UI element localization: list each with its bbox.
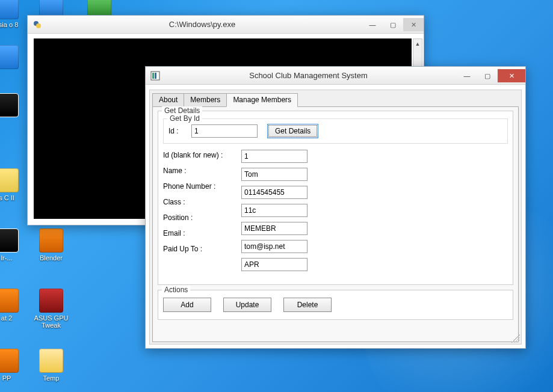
desktop-icon[interactable]: ASUS GPU Tweak	[30, 289, 72, 329]
minimize-button[interactable]: —	[362, 18, 383, 31]
tab-about[interactable]: About	[152, 93, 184, 107]
app-shortcut-icon	[39, 228, 63, 253]
desktop-icon-label: at 2	[0, 314, 28, 322]
maximize-button[interactable]: ▢	[477, 69, 498, 82]
desktop-icon[interactable]: asia o 8	[0, 0, 28, 28]
svg-rect-4	[155, 73, 156, 79]
desktop-icon[interactable]: lr-...	[0, 228, 28, 262]
app-window: School Club Management System — ▢ ✕ Abou…	[145, 66, 526, 349]
app-shortcut-icon	[0, 349, 19, 373]
desktop-icon[interactable]: at 2	[0, 289, 28, 322]
desktop-icon[interactable]: Blender	[30, 228, 72, 262]
tab-members[interactable]: Members	[184, 93, 227, 107]
pyexe-title: C:\Windows\py.exe	[42, 20, 362, 29]
get-details-title: Get Details	[162, 106, 202, 115]
desktop-icon-label: ASUS GPU Tweak	[30, 314, 72, 329]
resize-grip[interactable]	[511, 334, 520, 343]
actions-title: Actions	[162, 286, 190, 294]
app-icon	[150, 71, 160, 81]
desktop-icon-label: PP	[0, 375, 28, 382]
maximize-button[interactable]: ▢	[383, 18, 403, 31]
tab-strip: About Members Manage Members	[150, 90, 521, 106]
svg-point-1	[36, 23, 41, 28]
id-blank-label: Id (blank for new) :	[163, 150, 229, 161]
id-input[interactable]	[241, 150, 307, 163]
id-label: Id :	[168, 127, 182, 135]
email-label: Email :	[163, 228, 229, 239]
get-by-id-group: Get By Id Id : Get Details	[163, 118, 508, 144]
app-shortcut-icon	[39, 349, 63, 373]
app-shortcut-icon	[0, 0, 19, 19]
paid-input[interactable]	[241, 258, 307, 271]
get-details-button[interactable]: Get Details	[267, 124, 318, 138]
actions-group: Actions Add Update Delete	[158, 290, 513, 320]
manage-members-panel: Get Details Get By Id Id : Get Details I…	[152, 106, 519, 342]
app-shortcut-icon	[0, 93, 19, 117]
python-icon	[32, 20, 42, 29]
app-titlebar[interactable]: School Club Management System — ▢ ✕	[146, 67, 525, 85]
desktop-icon[interactable]	[0, 93, 28, 119]
scroll-up-icon[interactable]: ▲	[413, 39, 422, 49]
app-shortcut-icon	[0, 168, 19, 192]
desktop-icon-label: Temp	[30, 375, 72, 382]
app-title: School Club Management System	[160, 71, 457, 80]
position-input[interactable]	[241, 222, 307, 235]
name-input[interactable]	[241, 168, 307, 181]
desktop-icon-label: asia o 8	[0, 21, 28, 28]
phone-input[interactable]	[241, 186, 307, 199]
desktop-icon[interactable]: PP	[0, 349, 28, 382]
close-button[interactable]: ✕	[403, 18, 424, 31]
tab-manage-members[interactable]: Manage Members	[226, 93, 298, 107]
close-button[interactable]: ✕	[498, 69, 525, 82]
name-label: Name :	[163, 165, 229, 176]
desktop-icon[interactable]	[0, 45, 28, 71]
class-label: Class :	[163, 197, 229, 207]
desktop-icon-label: lr-...	[0, 254, 28, 262]
paid-label: Paid Up To :	[163, 243, 229, 254]
desktop-icon-label: s C II	[0, 194, 28, 201]
minimize-button[interactable]: —	[457, 69, 477, 82]
position-label: Position :	[163, 212, 229, 223]
desktop-icon[interactable]: Temp	[30, 349, 72, 382]
lookup-id-input[interactable]	[191, 124, 258, 138]
get-details-group: Get Details Get By Id Id : Get Details I…	[158, 111, 513, 285]
class-input[interactable]	[241, 204, 307, 217]
add-button[interactable]: Add	[163, 298, 211, 312]
get-by-id-title: Get By Id	[167, 114, 202, 123]
email-input[interactable]	[241, 240, 307, 253]
phone-label: Phone Number :	[163, 181, 229, 192]
app-shortcut-icon	[0, 45, 19, 69]
app-shortcut-icon	[39, 289, 63, 313]
desktop-icon-label: Blender	[30, 254, 72, 262]
app-shortcut-icon	[0, 228, 19, 253]
svg-rect-3	[152, 73, 154, 79]
app-shortcut-icon	[0, 289, 19, 313]
pyexe-titlebar[interactable]: C:\Windows\py.exe — ▢ ✕	[28, 16, 424, 34]
delete-button[interactable]: Delete	[283, 298, 332, 312]
update-button[interactable]: Update	[223, 298, 271, 312]
desktop-icon[interactable]: s C II	[0, 168, 28, 201]
